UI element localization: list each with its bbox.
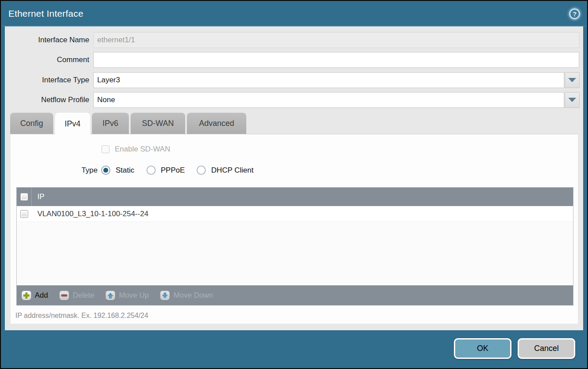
radio-pppoe[interactable] [146, 166, 156, 175]
help-icon[interactable]: ? [569, 8, 580, 19]
cancel-button[interactable]: Cancel [518, 338, 575, 359]
minus-icon [59, 291, 69, 300]
tab-config[interactable]: Config [10, 113, 53, 134]
ip-address-table: IP VLAN0100_L3_10-1-100-254--24 Add [16, 187, 573, 306]
radio-static[interactable] [101, 166, 110, 175]
tab-ipv6[interactable]: IPv6 [92, 113, 129, 134]
tab-strip: Config IPv4 IPv6 SD-WAN Advanced [10, 113, 246, 135]
radio-option-dhcp-client[interactable]: DHCP Client [197, 166, 253, 175]
move-down-button: Move Down [160, 291, 213, 300]
dialog-title: Ethernet Interface [8, 8, 84, 19]
dialog-frame: Ethernet Interface ? Interface Name Comm… [1, 1, 587, 368]
radio-option-static[interactable]: Static [101, 166, 135, 175]
arrow-down-icon [160, 291, 170, 300]
comment-input[interactable] [93, 52, 579, 68]
comment-label: Comment [6, 52, 89, 68]
radio-pppoe-label: PPPoE [161, 166, 185, 175]
ip-address-value: VLAN0100_L3_10-1-100-254--24 [32, 210, 148, 218]
netflow-profile-label: Netflow Profile [6, 92, 89, 108]
radio-static-label: Static [116, 166, 135, 175]
radio-dhcp-client[interactable] [197, 166, 206, 175]
plus-icon [22, 291, 31, 300]
tab-ipv4[interactable]: IPv4 [55, 113, 90, 135]
ethernet-interface-dialog: Ethernet Interface ? Interface Name Comm… [0, 0, 588, 369]
radio-dot [199, 168, 204, 173]
table-row[interactable]: VLAN0100_L3_10-1-100-254--24 [17, 206, 573, 222]
ip-format-hint: IP address/netmask. Ex. 192.168.2.254/24 [15, 312, 148, 320]
delete-button: Delete [59, 291, 94, 300]
move-down-button-label: Move Down [173, 291, 213, 300]
arrow-up-icon [106, 291, 115, 300]
row-checkbox[interactable] [20, 210, 28, 218]
interface-type-dropdown-button[interactable] [565, 72, 580, 88]
move-up-button-label: Move Up [119, 291, 149, 300]
dialog-titlebar: Ethernet Interface [2, 2, 586, 26]
enable-sdwan-label: Enable SD-WAN [115, 145, 170, 154]
tab-advanced[interactable]: Advanced [187, 113, 246, 134]
interface-type-label: Interface Type [6, 72, 89, 88]
chevron-down-icon [568, 78, 576, 82]
radio-dot [149, 168, 153, 173]
help-glyph: ? [573, 10, 577, 18]
netflow-profile-input[interactable] [93, 92, 564, 108]
type-label: Type [11, 166, 98, 175]
interface-name-label: Interface Name [6, 32, 89, 48]
table-header: IP [17, 188, 573, 206]
move-up-button: Move Up [106, 291, 149, 300]
ok-button[interactable]: OK [454, 338, 511, 359]
netflow-profile-dropdown-button[interactable] [565, 92, 580, 108]
ip-column-header: IP [32, 192, 44, 201]
table-toolbar: Add Delete Move Up Move Down [17, 285, 573, 305]
tab-sdwan[interactable]: SD-WAN [131, 113, 185, 134]
type-radio-group: Type Static PPPoE DHCP Client [11, 166, 265, 175]
dialog-body: Interface Name Comment Interface Type Ne… [5, 26, 583, 330]
header-checkbox-cell [17, 188, 32, 206]
radio-dot [103, 168, 108, 173]
interface-name-input [93, 32, 579, 48]
enable-sdwan-row: Enable SD-WAN [102, 145, 170, 154]
delete-button-label: Delete [73, 291, 94, 300]
interface-type-input[interactable] [93, 72, 564, 88]
ipv4-panel: Enable SD-WAN Type Static PPPoE DHCP Cli… [11, 134, 578, 324]
row-checkbox-cell [17, 206, 32, 221]
table-empty-area [17, 222, 573, 285]
select-all-checkbox[interactable] [20, 193, 28, 201]
radio-option-pppoe[interactable]: PPPoE [146, 166, 185, 175]
enable-sdwan-checkbox [102, 145, 110, 153]
radio-dhcp-client-label: DHCP Client [211, 166, 253, 175]
chevron-down-icon [568, 98, 576, 102]
add-button-label: Add [35, 291, 48, 300]
add-button[interactable]: Add [22, 291, 48, 300]
